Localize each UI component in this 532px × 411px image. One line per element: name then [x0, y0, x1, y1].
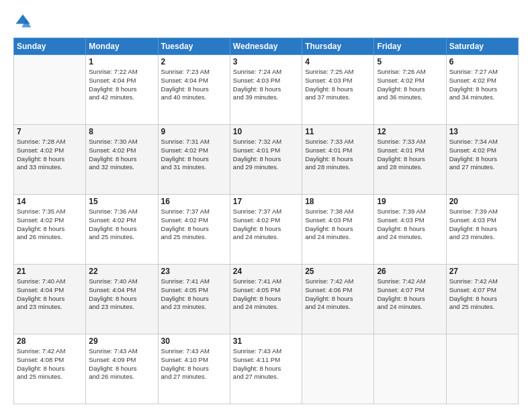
- day-info: Sunrise: 7:43 AMSunset: 4:09 PMDaylight:…: [89, 347, 154, 381]
- calendar-cell: 23Sunrise: 7:41 AMSunset: 4:05 PMDayligh…: [158, 265, 230, 334]
- logo: [13, 12, 35, 31]
- day-number: 25: [305, 267, 371, 276]
- day-number: 16: [161, 197, 227, 206]
- day-info: Sunrise: 7:33 AMSunset: 4:01 PMDaylight:…: [305, 138, 371, 172]
- calendar-week-row: 7Sunrise: 7:28 AMSunset: 4:02 PMDaylight…: [14, 125, 519, 195]
- logo-icon: [13, 12, 32, 31]
- calendar-cell: 27Sunrise: 7:42 AMSunset: 4:07 PMDayligh…: [446, 265, 518, 334]
- day-number: 31: [233, 336, 299, 346]
- day-info: Sunrise: 7:26 AMSunset: 4:02 PMDaylight:…: [377, 68, 443, 102]
- calendar-cell: 29Sunrise: 7:43 AMSunset: 4:09 PMDayligh…: [86, 334, 158, 404]
- weekday-header-wednesday: Wednesday: [230, 38, 302, 55]
- calendar-cell: 14Sunrise: 7:35 AMSunset: 4:02 PMDayligh…: [14, 195, 86, 265]
- day-info: Sunrise: 7:37 AMSunset: 4:02 PMDaylight:…: [161, 208, 227, 242]
- day-info: Sunrise: 7:41 AMSunset: 4:05 PMDaylight:…: [233, 277, 299, 312]
- calendar-cell: 25Sunrise: 7:42 AMSunset: 4:06 PMDayligh…: [302, 265, 374, 334]
- day-number: 22: [89, 267, 154, 276]
- calendar-cell: 20Sunrise: 7:39 AMSunset: 4:03 PMDayligh…: [446, 195, 518, 265]
- day-number: 23: [161, 267, 227, 276]
- calendar-week-row: 1Sunrise: 7:22 AMSunset: 4:04 PMDaylight…: [14, 55, 519, 125]
- calendar-cell: 6Sunrise: 7:27 AMSunset: 4:02 PMDaylight…: [446, 55, 518, 125]
- day-number: 6: [449, 57, 515, 66]
- day-info: Sunrise: 7:38 AMSunset: 4:03 PMDaylight:…: [305, 208, 371, 242]
- day-number: 8: [89, 127, 154, 136]
- day-info: Sunrise: 7:25 AMSunset: 4:03 PMDaylight:…: [305, 68, 371, 102]
- day-info: Sunrise: 7:32 AMSunset: 4:01 PMDaylight:…: [233, 138, 299, 172]
- calendar-cell: 21Sunrise: 7:40 AMSunset: 4:04 PMDayligh…: [14, 265, 86, 334]
- calendar-cell: [14, 55, 86, 125]
- calendar-cell: 4Sunrise: 7:25 AMSunset: 4:03 PMDaylight…: [302, 55, 374, 125]
- calendar-week-row: 28Sunrise: 7:42 AMSunset: 4:08 PMDayligh…: [14, 334, 519, 404]
- day-info: Sunrise: 7:40 AMSunset: 4:04 PMDaylight:…: [17, 277, 83, 312]
- calendar-cell: 15Sunrise: 7:36 AMSunset: 4:02 PMDayligh…: [86, 195, 158, 265]
- calendar-body: 1Sunrise: 7:22 AMSunset: 4:04 PMDaylight…: [14, 55, 519, 404]
- calendar-cell: 2Sunrise: 7:23 AMSunset: 4:04 PMDaylight…: [158, 55, 230, 125]
- day-info: Sunrise: 7:40 AMSunset: 4:04 PMDaylight:…: [89, 277, 154, 312]
- calendar-cell: 13Sunrise: 7:34 AMSunset: 4:02 PMDayligh…: [446, 125, 518, 195]
- day-number: 20: [449, 197, 515, 206]
- day-info: Sunrise: 7:42 AMSunset: 4:07 PMDaylight:…: [449, 277, 515, 312]
- day-number: 2: [161, 57, 227, 66]
- calendar-cell: 7Sunrise: 7:28 AMSunset: 4:02 PMDaylight…: [14, 125, 86, 195]
- weekday-header-saturday: Saturday: [446, 38, 518, 55]
- day-info: Sunrise: 7:39 AMSunset: 4:03 PMDaylight:…: [449, 208, 515, 242]
- day-number: 29: [89, 336, 154, 346]
- calendar-cell: 5Sunrise: 7:26 AMSunset: 4:02 PMDaylight…: [374, 55, 446, 125]
- weekday-header-friday: Friday: [374, 38, 446, 55]
- weekday-header-tuesday: Tuesday: [158, 38, 230, 55]
- day-info: Sunrise: 7:42 AMSunset: 4:06 PMDaylight:…: [305, 277, 371, 312]
- day-number: 3: [233, 57, 299, 66]
- day-number: 17: [233, 197, 299, 206]
- calendar-cell: 22Sunrise: 7:40 AMSunset: 4:04 PMDayligh…: [86, 265, 158, 334]
- day-number: 7: [17, 127, 83, 136]
- day-number: 14: [17, 197, 83, 206]
- calendar-cell: [446, 334, 518, 404]
- day-number: 24: [233, 267, 299, 276]
- day-number: 21: [17, 267, 83, 276]
- calendar-cell: 10Sunrise: 7:32 AMSunset: 4:01 PMDayligh…: [230, 125, 302, 195]
- day-number: 26: [377, 267, 443, 276]
- day-info: Sunrise: 7:41 AMSunset: 4:05 PMDaylight:…: [161, 277, 227, 312]
- day-info: Sunrise: 7:42 AMSunset: 4:07 PMDaylight:…: [377, 277, 443, 312]
- calendar-cell: 24Sunrise: 7:41 AMSunset: 4:05 PMDayligh…: [230, 265, 302, 334]
- calendar-cell: 26Sunrise: 7:42 AMSunset: 4:07 PMDayligh…: [374, 265, 446, 334]
- calendar-cell: 3Sunrise: 7:24 AMSunset: 4:03 PMDaylight…: [230, 55, 302, 125]
- day-info: Sunrise: 7:39 AMSunset: 4:03 PMDaylight:…: [377, 208, 443, 242]
- day-number: 28: [17, 336, 83, 346]
- calendar-cell: 12Sunrise: 7:33 AMSunset: 4:01 PMDayligh…: [374, 125, 446, 195]
- calendar-cell: 9Sunrise: 7:31 AMSunset: 4:02 PMDaylight…: [158, 125, 230, 195]
- day-info: Sunrise: 7:35 AMSunset: 4:02 PMDaylight:…: [17, 208, 83, 242]
- day-info: Sunrise: 7:31 AMSunset: 4:02 PMDaylight:…: [161, 138, 227, 172]
- calendar-cell: 11Sunrise: 7:33 AMSunset: 4:01 PMDayligh…: [302, 125, 374, 195]
- day-number: 10: [233, 127, 299, 136]
- day-number: 15: [89, 197, 154, 206]
- page: SundayMondayTuesdayWednesdayThursdayFrid…: [0, 0, 532, 411]
- weekday-header-monday: Monday: [86, 38, 158, 55]
- weekday-header-sunday: Sunday: [14, 38, 86, 55]
- calendar-cell: [374, 334, 446, 404]
- day-info: Sunrise: 7:23 AMSunset: 4:04 PMDaylight:…: [161, 68, 227, 102]
- day-info: Sunrise: 7:43 AMSunset: 4:11 PMDaylight:…: [233, 347, 299, 381]
- day-info: Sunrise: 7:43 AMSunset: 4:10 PMDaylight:…: [161, 347, 227, 381]
- calendar-cell: 17Sunrise: 7:37 AMSunset: 4:02 PMDayligh…: [230, 195, 302, 265]
- day-number: 27: [449, 267, 515, 276]
- day-number: 1: [89, 57, 154, 66]
- day-info: Sunrise: 7:27 AMSunset: 4:02 PMDaylight:…: [449, 68, 515, 102]
- calendar-cell: 1Sunrise: 7:22 AMSunset: 4:04 PMDaylight…: [86, 55, 158, 125]
- day-info: Sunrise: 7:42 AMSunset: 4:08 PMDaylight:…: [17, 347, 83, 381]
- calendar-table: SundayMondayTuesdayWednesdayThursdayFrid…: [13, 38, 519, 404]
- calendar-cell: 31Sunrise: 7:43 AMSunset: 4:11 PMDayligh…: [230, 334, 302, 404]
- day-number: 30: [161, 336, 227, 346]
- day-info: Sunrise: 7:36 AMSunset: 4:02 PMDaylight:…: [89, 208, 154, 242]
- calendar-cell: 30Sunrise: 7:43 AMSunset: 4:10 PMDayligh…: [158, 334, 230, 404]
- calendar-header: SundayMondayTuesdayWednesdayThursdayFrid…: [14, 38, 519, 55]
- calendar-cell: 28Sunrise: 7:42 AMSunset: 4:08 PMDayligh…: [14, 334, 86, 404]
- weekday-header-thursday: Thursday: [302, 38, 374, 55]
- day-number: 11: [305, 127, 371, 136]
- day-number: 12: [377, 127, 443, 136]
- day-info: Sunrise: 7:24 AMSunset: 4:03 PMDaylight:…: [233, 68, 299, 102]
- day-number: 9: [161, 127, 227, 136]
- day-number: 19: [377, 197, 443, 206]
- weekday-header-row: SundayMondayTuesdayWednesdayThursdayFrid…: [14, 38, 519, 55]
- day-number: 5: [377, 57, 443, 66]
